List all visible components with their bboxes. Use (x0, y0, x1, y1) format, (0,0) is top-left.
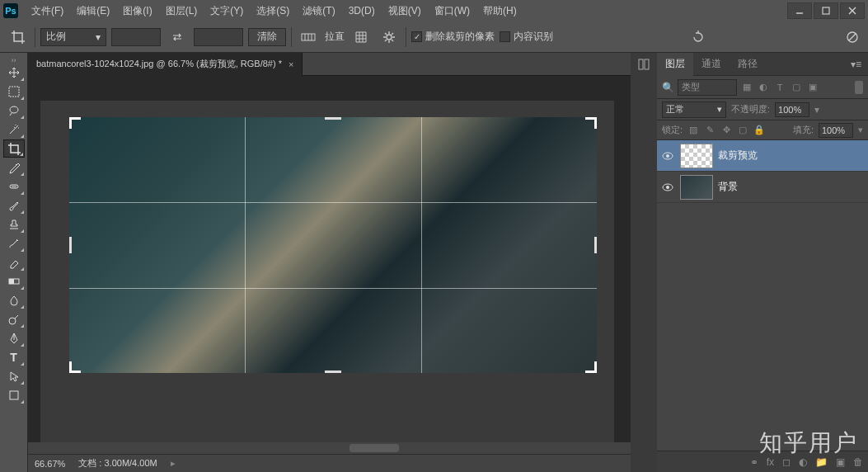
layer-mask-icon[interactable]: ◻ (782, 456, 791, 468)
crop-overlay[interactable] (69, 117, 597, 373)
chevron-down-icon: ▾ (96, 31, 101, 43)
type-tool[interactable]: T (3, 348, 25, 366)
crop-tool[interactable] (3, 139, 25, 158)
image-preview[interactable] (69, 117, 597, 373)
menu-image[interactable]: 图像(I) (116, 4, 158, 18)
crop-width-input[interactable] (111, 28, 161, 46)
menu-layer[interactable]: 图层(L) (159, 4, 204, 18)
path-select-tool[interactable] (3, 367, 25, 385)
toolbar-collapse-icon[interactable]: ›› (8, 56, 20, 63)
status-expand-icon[interactable]: ▸ (171, 458, 176, 469)
pen-tool[interactable] (3, 329, 25, 347)
filter-pixel-icon[interactable]: ▦ (740, 81, 753, 94)
blur-tool[interactable] (3, 291, 25, 309)
opacity-input[interactable]: 100% (775, 102, 809, 117)
menu-help[interactable]: 帮助(H) (476, 4, 523, 18)
crop-handle-right[interactable] (594, 237, 597, 253)
grid-overlay-icon[interactable] (350, 27, 373, 47)
magic-wand-tool[interactable] (3, 120, 25, 139)
clear-button[interactable]: 清除 (248, 28, 286, 46)
brush-tool[interactable] (3, 196, 25, 215)
swap-icon[interactable] (166, 27, 189, 47)
history-brush-tool[interactable] (3, 234, 25, 253)
straighten-icon[interactable] (297, 27, 320, 47)
visibility-toggle[interactable] (660, 183, 675, 191)
tab-channels[interactable]: 通道 (693, 53, 730, 76)
crop-handle-bl[interactable] (69, 358, 84, 373)
menu-type[interactable]: 文字(Y) (204, 4, 250, 18)
crop-tool-icon (7, 27, 30, 47)
adjustment-layer-icon[interactable]: ◐ (799, 456, 807, 468)
lock-brush-icon[interactable]: ✎ (704, 125, 716, 136)
crop-handle-bottom[interactable] (325, 371, 341, 373)
lock-pixels-icon[interactable]: ▨ (687, 125, 699, 136)
layer-filter-select[interactable]: 类型 (678, 79, 737, 96)
horizontal-scrollbar[interactable] (28, 442, 631, 454)
menu-window[interactable]: 窗口(W) (428, 4, 476, 18)
gradient-tool[interactable] (3, 272, 25, 290)
dodge-tool[interactable] (3, 310, 25, 328)
content-aware-check[interactable]: 内容识别 (500, 30, 553, 44)
layer-name[interactable]: 裁剪预览 (718, 149, 758, 163)
crop-handle-br[interactable] (582, 358, 597, 373)
lock-move-icon[interactable]: ✥ (720, 125, 732, 136)
visibility-toggle[interactable] (660, 152, 675, 160)
layer-row[interactable]: 裁剪预览 (657, 140, 868, 172)
layer-name[interactable]: 背景 (718, 180, 738, 194)
new-layer-icon[interactable]: ▣ (836, 456, 845, 468)
menu-file[interactable]: 文件(F) (25, 4, 70, 18)
panel-menu-icon[interactable]: ▾≡ (844, 59, 868, 70)
lasso-tool[interactable] (3, 101, 25, 120)
menu-view[interactable]: 视图(V) (382, 4, 428, 18)
shape-tool[interactable] (3, 386, 25, 404)
document-tab[interactable]: batmancorel3-1024x1024.jpg @ 66.7% (裁剪预览… (28, 53, 303, 76)
filter-smart-icon[interactable]: ▣ (806, 81, 819, 94)
filter-adjust-icon[interactable]: ◐ (757, 81, 770, 94)
menu-select[interactable]: 选择(S) (250, 4, 296, 18)
menu-filter[interactable]: 滤镜(T) (296, 4, 341, 18)
lock-artboard-icon[interactable]: ▢ (737, 125, 748, 136)
fill-input[interactable]: 100% (819, 123, 853, 138)
gear-icon[interactable] (378, 27, 401, 47)
marquee-tool[interactable] (3, 83, 25, 101)
close-tab-icon[interactable]: × (289, 59, 293, 69)
menu-3d[interactable]: 3D(D) (342, 5, 382, 17)
cancel-crop-icon[interactable] (843, 29, 861, 45)
layer-thumbnail[interactable] (680, 175, 713, 200)
layer-fx-icon[interactable]: fx (767, 456, 774, 468)
delete-layer-icon[interactable]: 🗑 (853, 456, 863, 468)
close-button[interactable] (840, 2, 865, 19)
reset-icon[interactable] (689, 29, 707, 45)
svg-line-17 (15, 315, 18, 319)
move-tool[interactable] (3, 64, 25, 82)
zoom-level[interactable]: 66.67% (35, 459, 65, 469)
blend-mode-select[interactable]: 正常▾ (662, 101, 726, 118)
healing-tool[interactable] (3, 177, 25, 196)
menu-edit[interactable]: 编辑(E) (70, 4, 116, 18)
svg-rect-20 (645, 59, 649, 69)
eraser-tool[interactable] (3, 253, 25, 271)
aspect-ratio-select[interactable]: 比例▾ (40, 28, 106, 46)
crop-height-input[interactable] (194, 28, 243, 46)
filter-shape-icon[interactable]: ▢ (790, 81, 803, 94)
filter-toggle[interactable] (855, 81, 863, 94)
layer-row[interactable]: 背景 (657, 172, 868, 203)
minimize-button[interactable] (787, 2, 812, 19)
delete-cropped-check[interactable]: ✓ 删除裁剪的像素 (411, 30, 495, 44)
filter-type-icon[interactable]: T (773, 81, 786, 94)
crop-handle-tl[interactable] (69, 117, 84, 132)
tab-layers[interactable]: 图层 (657, 53, 693, 76)
crop-handle-top[interactable] (325, 117, 341, 120)
stamp-tool[interactable] (3, 215, 25, 234)
eyedropper-tool[interactable] (3, 158, 25, 177)
lock-all-icon[interactable]: 🔒 (753, 125, 765, 136)
crop-handle-left[interactable] (69, 237, 72, 253)
layer-thumbnail[interactable] (680, 144, 713, 168)
maximize-button[interactable] (814, 2, 838, 19)
crop-handle-tr[interactable] (582, 117, 597, 132)
group-icon[interactable]: 📁 (815, 456, 828, 468)
tab-paths[interactable]: 路径 (730, 53, 766, 76)
link-layers-icon[interactable]: ⚭ (750, 456, 758, 468)
canvas[interactable] (40, 101, 614, 442)
panel-icon[interactable] (631, 53, 657, 76)
